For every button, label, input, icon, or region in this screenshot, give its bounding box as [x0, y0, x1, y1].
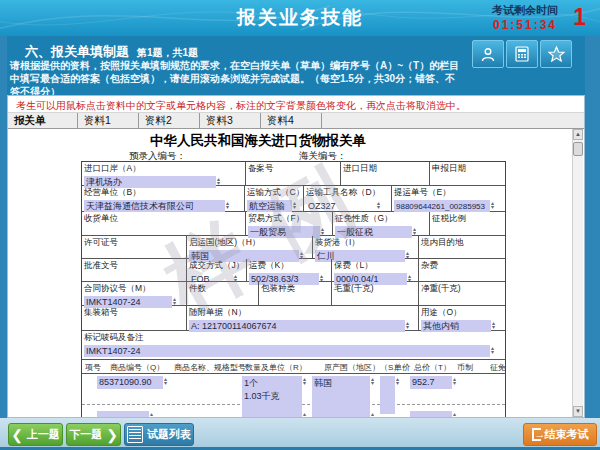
spinner-icon[interactable]	[173, 297, 176, 305]
tab-bar: 报关单 资料1 资料2 资料3 资料4	[8, 112, 584, 129]
spinner-icon[interactable]	[406, 251, 409, 259]
question-list-button[interactable]: 试题列表	[124, 423, 194, 446]
spinner-icon[interactable]	[453, 412, 456, 417]
spinner-icon[interactable]	[303, 377, 306, 385]
timer-value: 01:51:34	[492, 18, 558, 32]
user-button[interactable]	[472, 40, 504, 68]
field-freight: 运费（K） 502/38.63/3	[247, 259, 332, 281]
transport-name-input[interactable]: OZ327	[306, 200, 376, 212]
scroll-up-arrow[interactable]: ▲	[573, 129, 583, 140]
spinner-icon[interactable]	[413, 227, 416, 235]
table-row: 收货单位 贸易方式（F） 一般贸易 征免性质（G） 一般征税 征税比例	[82, 212, 505, 236]
goods-table-header: 项号 商品编号（Q） 商品名称、规格型号 数量及单位（R） 原产国（地区）（S）…	[82, 360, 505, 374]
section-progress: 第1题，共1题	[137, 47, 198, 58]
table-row: 批准文号 成交方式（J） FOB 运费（K） 502/38.63/3 保费（L）…	[82, 259, 505, 282]
field-container-no: 集装箱号	[82, 306, 187, 330]
declaration-form-viewport: 样例 中华人民共和国海关进口货物报关单 预录入编号： 海关编号： 进口口岸（A）…	[8, 129, 572, 417]
operator-input[interactable]: 天津益海通信技术有限公司	[84, 200, 225, 212]
field-marks-notes: 标记唛码及备注 IMKT1407-24	[82, 331, 505, 359]
spinner-icon[interactable]	[491, 346, 494, 354]
field-declare-date: 申报日期	[430, 162, 505, 185]
exit-icon: →	[532, 428, 541, 441]
tab-material-1[interactable]: 资料1	[78, 113, 139, 128]
goods-code-field: 85371090.90	[97, 376, 167, 389]
tab-declaration-form[interactable]: 报关单	[8, 113, 78, 128]
field-departure-country: 启运国(地区)（H） 韩国	[187, 236, 313, 258]
spinner-icon[interactable]	[492, 321, 495, 329]
goods-qty-input[interactable]	[242, 411, 302, 417]
spinner-icon[interactable]	[408, 274, 411, 282]
question-number-badge: 1	[573, 4, 586, 31]
footer-bar: ❮上一题 下一题❯ 试题列表 →结束考试	[0, 418, 600, 450]
field-tax-ratio: 征税比例	[430, 212, 505, 235]
goods-code-input[interactable]: 85371090.90	[97, 376, 163, 389]
toolbar	[472, 40, 572, 68]
scroll-thumb[interactable]	[573, 142, 583, 156]
chevron-left-icon: ❮	[11, 428, 23, 442]
spinner-icon[interactable]	[293, 201, 296, 209]
declaration-table: 进口口岸（A） 津机场办 备案号 进口日期 申报日期 经营单位（B） 天津益海通…	[81, 161, 506, 417]
goods-qty-input[interactable]: 1个1.03千克	[242, 376, 302, 414]
table-row: 经营单位（B） 天津益海通信技术有限公司 运输方式（C） 航空运输 运输工具名称…	[82, 186, 505, 212]
goods-table-body: 85371090.90 1个1.03千克 韩国 952.7	[82, 374, 505, 417]
exam-window: 报关业务技能 考试剩余时间 01:51:34 1 六、报关单填制题第1题，共1题…	[0, 0, 600, 450]
spinner-icon[interactable]	[491, 201, 494, 209]
field-consignee: 收货单位	[82, 212, 246, 235]
spinner-icon[interactable]	[371, 412, 374, 417]
prev-question-button[interactable]: ❮上一题	[8, 423, 63, 446]
list-icon	[127, 426, 143, 443]
exam-timer: 考试剩余时间 01:51:34	[492, 3, 558, 32]
spinner-icon[interactable]	[396, 377, 399, 385]
app-header: 报关业务技能 考试剩余时间 01:51:34 1	[0, 0, 600, 36]
spinner-icon[interactable]	[300, 251, 303, 259]
calculator-icon	[515, 46, 529, 62]
spinner-icon[interactable]	[371, 377, 374, 385]
field-attached-docs: 随附单据（N） A: 121700114067674	[187, 306, 419, 330]
tab-material-2[interactable]: 资料2	[139, 113, 200, 128]
spinner-icon[interactable]	[164, 377, 167, 385]
field-transport-mode: 运输方式（C） 航空运输	[245, 186, 304, 211]
calculator-button[interactable]	[506, 40, 538, 68]
spinner-icon[interactable]	[453, 377, 456, 385]
field-operator: 经营单位（B） 天津益海通信技术有限公司	[82, 186, 245, 211]
field-pack-type: 包装种类	[259, 282, 332, 305]
field-bill-no: 提运单号（E） 98809644261_00285953	[392, 186, 505, 211]
spinner-icon[interactable]	[303, 412, 306, 417]
content-stage: 六、报关单填制题第1题，共1题 请根据提供的资料，按照报关单填制规范的要求，在空…	[0, 36, 600, 418]
table-row: 许可证号 启运国(地区)（H） 韩国 装货港（I） 仁川 境内目的地	[82, 236, 505, 259]
field-transport-name: 运输工具名称（D） OZ327	[304, 186, 392, 211]
spinner-icon[interactable]	[234, 274, 237, 282]
spinner-icon[interactable]	[217, 177, 220, 185]
transport-mode-input[interactable]: 航空运输	[247, 200, 292, 212]
spinner-icon[interactable]	[150, 412, 153, 417]
end-exam-button[interactable]: →结束考试	[523, 423, 597, 446]
spinner-icon[interactable]	[406, 321, 409, 329]
spinner-icon[interactable]	[320, 274, 323, 282]
field-net-weight: 净重(千克)	[419, 282, 505, 305]
spinner-icon[interactable]	[377, 201, 380, 209]
bill-no-input[interactable]: 98809644261_00285953	[394, 200, 490, 212]
goods-qty-field	[242, 411, 306, 417]
table-row: 进口口岸（A） 津机场办 备案号 进口日期 申报日期	[82, 162, 505, 186]
form-scrollbar[interactable]: ▲ ▼	[572, 129, 583, 417]
goods-origin-field: 韩国	[312, 376, 374, 414]
scroll-down-arrow[interactable]: ▼	[573, 406, 583, 417]
goods-code-input[interactable]	[97, 411, 149, 417]
field-pieces: 件数	[187, 282, 259, 305]
goods-total-input[interactable]: 952.7	[410, 376, 452, 389]
spinner-icon[interactable]	[226, 201, 229, 209]
user-icon	[481, 47, 495, 62]
field-approval-no: 批准文号	[82, 259, 187, 281]
form-title: 中华人民共和国海关进口货物报关单	[8, 132, 508, 150]
goods-total-input[interactable]	[410, 411, 452, 417]
goods-unit-price-input[interactable]	[380, 376, 395, 414]
goods-origin-input[interactable]: 韩国	[312, 376, 370, 414]
marks-notes-input[interactable]: IMKT1407-24	[84, 345, 490, 357]
tab-material-3[interactable]: 资料3	[200, 113, 261, 128]
next-question-button[interactable]: 下一题❯	[66, 423, 121, 446]
spinner-icon[interactable]	[321, 227, 324, 235]
field-contract-no: 合同协议号（M） IMKT1407-24	[82, 282, 187, 305]
tab-material-4[interactable]: 资料4	[261, 113, 322, 128]
goods-origin-input[interactable]	[312, 411, 370, 417]
favorite-button[interactable]	[540, 40, 572, 68]
